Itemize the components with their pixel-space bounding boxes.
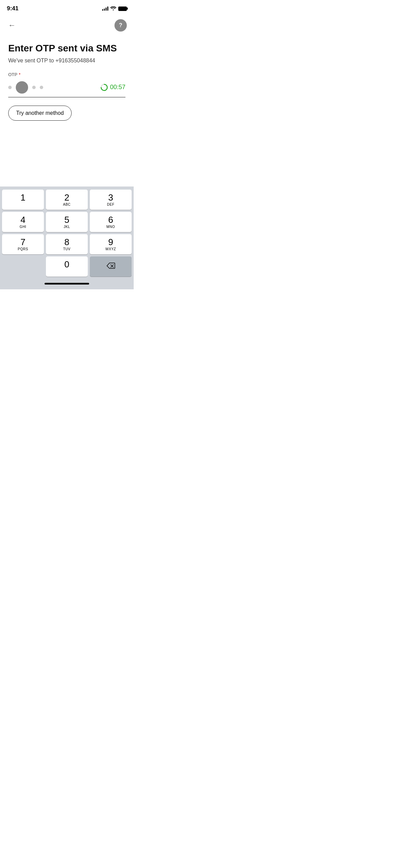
key-2[interactable]: 2 ABC bbox=[46, 190, 88, 210]
required-star: * bbox=[19, 72, 21, 77]
otp-label: OTP * bbox=[8, 72, 125, 77]
otp-underline bbox=[8, 97, 125, 98]
home-bar bbox=[45, 283, 89, 285]
keyboard-row-4: 0 bbox=[1, 255, 133, 278]
wifi-icon bbox=[110, 6, 116, 11]
subtitle: We've sent OTP to +916355048844 bbox=[8, 58, 125, 64]
key-9[interactable]: 9 WXYZ bbox=[90, 234, 132, 254]
help-button[interactable]: ? bbox=[114, 19, 127, 32]
status-time: 9:41 bbox=[7, 5, 19, 12]
key-empty bbox=[2, 256, 44, 277]
status-bar: 9:41 bbox=[0, 0, 134, 15]
keyboard-row-1: 1 2 ABC 3 DEF bbox=[1, 189, 133, 211]
timer-area: 00:57 bbox=[100, 84, 125, 91]
key-6[interactable]: 6 MNO bbox=[90, 212, 132, 232]
otp-dot-1 bbox=[8, 86, 12, 89]
delete-icon bbox=[106, 262, 115, 271]
keyboard-rows: 1 2 ABC 3 DEF 4 GHI 5 JKL 6 bbox=[1, 189, 133, 278]
otp-input-row: 00:57 bbox=[8, 81, 125, 94]
timer-text: 00:57 bbox=[110, 84, 125, 91]
otp-dot-2 bbox=[16, 81, 28, 94]
keyboard-row-3: 7 PQRS 8 TUV 9 WXYZ bbox=[1, 233, 133, 255]
signal-icon bbox=[102, 7, 108, 11]
delete-key[interactable] bbox=[90, 256, 132, 277]
back-arrow-icon: ← bbox=[8, 21, 16, 30]
help-icon: ? bbox=[119, 22, 122, 28]
timer-spinner-icon bbox=[100, 84, 108, 91]
otp-dot-4 bbox=[40, 86, 43, 89]
otp-dot-3 bbox=[32, 86, 36, 89]
key-0[interactable]: 0 bbox=[46, 256, 88, 277]
key-1[interactable]: 1 bbox=[2, 190, 44, 210]
nav-bar: ← ? bbox=[0, 16, 134, 34]
key-4[interactable]: 4 GHI bbox=[2, 212, 44, 232]
back-button[interactable]: ← bbox=[7, 20, 17, 31]
key-5[interactable]: 5 JKL bbox=[46, 212, 88, 232]
keyboard-row-2: 4 GHI 5 JKL 6 MNO bbox=[1, 211, 133, 233]
try-another-method-button[interactable]: Try another method bbox=[8, 106, 72, 121]
main-content: Enter OTP sent via SMS We've sent OTP to… bbox=[0, 34, 134, 121]
battery-icon bbox=[118, 7, 127, 11]
key-3[interactable]: 3 DEF bbox=[90, 190, 132, 210]
key-8[interactable]: 8 TUV bbox=[46, 234, 88, 254]
keyboard: 1 2 ABC 3 DEF 4 GHI 5 JKL 6 bbox=[0, 186, 134, 289]
otp-dots bbox=[8, 81, 43, 94]
home-indicator bbox=[1, 278, 133, 289]
page-title: Enter OTP sent via SMS bbox=[8, 43, 125, 54]
status-icons bbox=[102, 6, 127, 11]
key-7[interactable]: 7 PQRS bbox=[2, 234, 44, 254]
